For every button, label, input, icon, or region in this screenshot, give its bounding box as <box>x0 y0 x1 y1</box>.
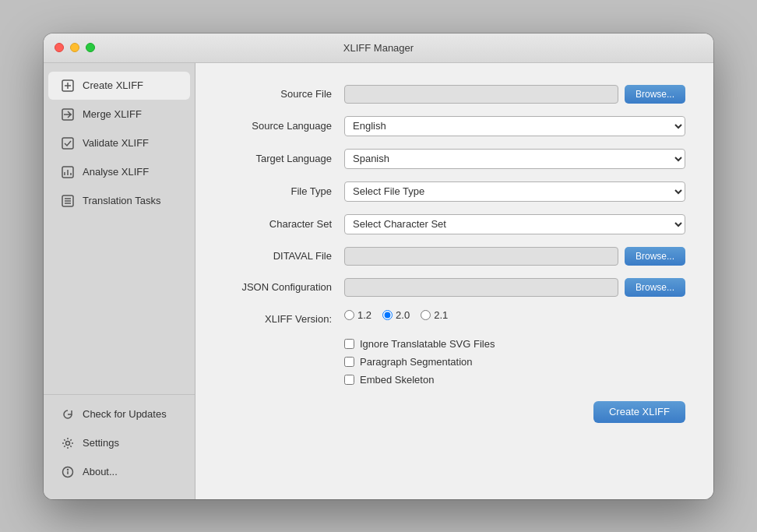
target-language-label: Target Language <box>224 153 344 164</box>
sidebar-item-create-xliff[interactable]: Create XLIFF <box>48 72 190 100</box>
character-set-select[interactable]: Select Character Set UTF-8 UTF-16 ISO-88… <box>344 214 685 234</box>
paragraph-seg-row: Paragraph Segmentation <box>224 356 685 368</box>
paragraph-seg-checkbox[interactable] <box>344 357 354 367</box>
source-file-control: Browse... <box>344 85 685 104</box>
json-config-label: JSON Configuration <box>224 281 344 293</box>
sidebar-nav: Create XLIFF Merge XLIFF <box>44 71 195 386</box>
ditaval-browse-button[interactable]: Browse... <box>625 247 685 266</box>
ditaval-label: DITAVAL File <box>224 250 344 262</box>
xliff-version-20-label[interactable]: 2.0 <box>382 309 410 321</box>
sidebar-label-about: About... <box>83 466 118 477</box>
svg-point-16 <box>68 469 69 470</box>
main-content: Source File Browse... Source Language En… <box>195 63 713 499</box>
sidebar-label-settings: Settings <box>83 437 119 449</box>
svg-rect-4 <box>62 138 73 149</box>
ditaval-control: Browse... <box>344 247 685 266</box>
paragraph-seg-label[interactable]: Paragraph Segmentation <box>360 356 473 368</box>
xliff-version-20-radio[interactable] <box>382 310 393 320</box>
svg-point-13 <box>66 441 70 445</box>
content-area: Create XLIFF Merge XLIFF <box>44 63 713 499</box>
main-window: XLIFF Manager Create XLIFF <box>44 33 713 499</box>
sidebar-label-translation-tasks: Translation Tasks <box>83 195 160 206</box>
source-file-input[interactable] <box>344 85 618 104</box>
file-type-row: File Type Select File Type HTML XML DITA… <box>224 181 685 202</box>
check-square-icon <box>61 136 75 150</box>
sidebar-item-about[interactable]: About... <box>48 458 190 486</box>
ignore-svg-label[interactable]: Ignore Translatable SVG Files <box>360 338 495 350</box>
sidebar-label-validate-xliff: Validate XLIFF <box>83 137 149 149</box>
xliff-version-row: XLIFF Version: 1.2 2.0 2.1 <box>224 309 685 329</box>
xliff-version-21-radio[interactable] <box>421 310 431 320</box>
source-file-browse-button[interactable]: Browse... <box>625 85 685 104</box>
sidebar-label-analyse-xliff: Analyse XLIFF <box>83 166 149 178</box>
create-xliff-button[interactable]: Create XLIFF <box>593 401 685 423</box>
json-config-control: Browse... <box>344 278 685 297</box>
titlebar: XLIFF Manager <box>44 33 713 63</box>
file-type-control: Select File Type HTML XML DITA Markdown <box>344 181 685 202</box>
source-language-select[interactable]: English Spanish French German Chinese Ja… <box>344 116 685 136</box>
character-set-control: Select Character Set UTF-8 UTF-16 ISO-88… <box>344 214 685 234</box>
sidebar-label-merge-xliff: Merge XLIFF <box>83 108 142 120</box>
source-file-label: Source File <box>224 88 344 100</box>
xliff-version-12-label[interactable]: 1.2 <box>344 309 371 321</box>
xliff-version-21-label[interactable]: 2.1 <box>421 309 448 321</box>
refresh-icon <box>61 407 75 421</box>
sidebar-item-validate-xliff[interactable]: Validate XLIFF <box>48 129 190 157</box>
ditaval-input[interactable] <box>344 247 618 266</box>
create-btn-row: Create XLIFF <box>224 401 685 423</box>
sidebar-item-translation-tasks[interactable]: Translation Tasks <box>48 187 190 215</box>
ignore-svg-row: Ignore Translatable SVG Files <box>224 338 685 350</box>
sidebar: Create XLIFF Merge XLIFF <box>44 63 195 499</box>
info-icon <box>61 465 75 479</box>
source-language-row: Source Language English Spanish French G… <box>224 116 685 136</box>
json-config-input[interactable] <box>344 278 618 297</box>
embed-skeleton-checkbox[interactable] <box>344 375 354 385</box>
file-type-select[interactable]: Select File Type HTML XML DITA Markdown <box>344 181 685 202</box>
sidebar-item-analyse-xliff[interactable]: Analyse XLIFF <box>48 158 190 186</box>
traffic-lights <box>55 43 95 52</box>
ditaval-row: DITAVAL File Browse... <box>224 247 685 266</box>
sidebar-label-create-xliff: Create XLIFF <box>83 79 143 91</box>
gear-icon <box>61 436 75 450</box>
ignore-svg-checkbox[interactable] <box>344 339 354 349</box>
sidebar-label-check-updates: Check for Updates <box>83 408 167 420</box>
embed-skeleton-row: Embed Skeleton <box>224 374 685 386</box>
source-file-row: Source File Browse... <box>224 85 685 104</box>
close-button[interactable] <box>55 43 64 52</box>
minimize-button[interactable] <box>70 43 79 52</box>
target-language-row: Target Language Spanish English French G… <box>224 149 685 169</box>
sidebar-item-settings[interactable]: Settings <box>48 429 190 457</box>
xliff-version-12-radio[interactable] <box>344 310 354 320</box>
window-title: XLIFF Manager <box>343 42 414 54</box>
sidebar-item-check-updates[interactable]: Check for Updates <box>48 400 190 428</box>
json-config-row: JSON Configuration Browse... <box>224 278 685 297</box>
merge-icon <box>61 107 75 122</box>
bar-chart-icon <box>61 165 75 179</box>
xliff-version-radio-group: 1.2 2.0 2.1 <box>344 309 448 321</box>
sidebar-bottom: Check for Updates Settings <box>44 394 195 491</box>
source-language-label: Source Language <box>224 120 344 132</box>
sidebar-item-merge-xliff[interactable]: Merge XLIFF <box>48 100 190 129</box>
maximize-button[interactable] <box>86 43 95 52</box>
plus-square-icon <box>61 79 75 93</box>
json-config-browse-button[interactable]: Browse... <box>625 278 685 297</box>
xliff-version-label: XLIFF Version: <box>224 313 344 325</box>
target-language-control: Spanish English French German Chinese Ja… <box>344 149 685 169</box>
list-icon <box>61 194 75 208</box>
character-set-row: Character Set Select Character Set UTF-8… <box>224 214 685 234</box>
embed-skeleton-label[interactable]: Embed Skeleton <box>360 374 434 386</box>
target-language-select[interactable]: Spanish English French German Chinese Ja… <box>344 149 685 169</box>
source-language-control: English Spanish French German Chinese Ja… <box>344 116 685 136</box>
character-set-label: Character Set <box>224 218 344 230</box>
file-type-label: File Type <box>224 185 344 197</box>
